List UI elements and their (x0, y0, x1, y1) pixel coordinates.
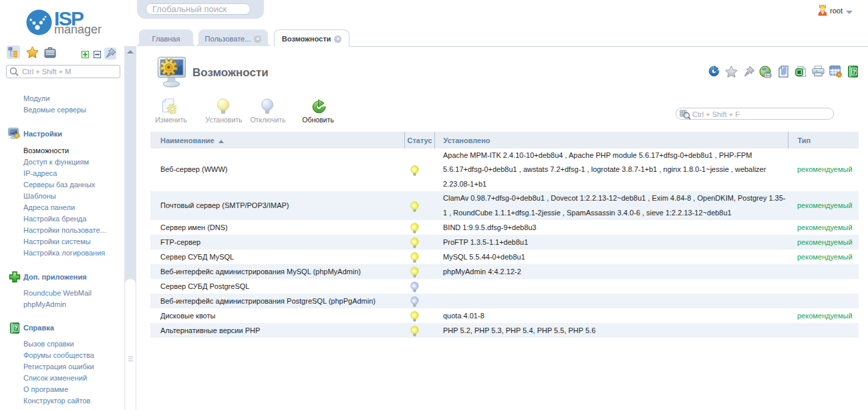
svg-text:?: ? (853, 68, 857, 75)
svg-text:?: ? (14, 325, 17, 332)
